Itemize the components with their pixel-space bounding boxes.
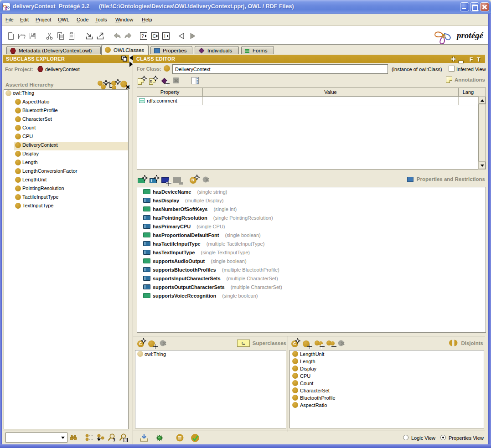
property-row[interactable]: hasTextInputType (single TextInputType) bbox=[137, 249, 486, 257]
search-individuals-icon[interactable]: ∃ bbox=[107, 433, 116, 442]
properties-view-radio[interactable] bbox=[440, 435, 446, 440]
disjoint-row[interactable]: CPU bbox=[290, 373, 484, 380]
menu-project[interactable]: Project bbox=[36, 14, 51, 26]
delete-class-icon[interactable]: ✕ bbox=[120, 81, 129, 89]
menu-edit[interactable]: Edit bbox=[20, 14, 29, 26]
remove-all-disjoints-icon[interactable] bbox=[326, 339, 337, 348]
tree-item-owl-thing[interactable]: owl:Thing bbox=[4, 90, 128, 98]
delete-annotation-icon[interactable] bbox=[172, 77, 181, 85]
disjoint-row[interactable]: BluetoothProfile bbox=[290, 395, 484, 402]
menu-file[interactable]: File bbox=[5, 14, 14, 26]
paste-icon[interactable] bbox=[67, 31, 76, 41]
annotation-row-lang[interactable] bbox=[459, 97, 478, 105]
save-changes-icon[interactable] bbox=[140, 433, 149, 443]
add-disjoint-icon[interactable] bbox=[303, 339, 313, 348]
import-archive-icon[interactable] bbox=[85, 31, 94, 41]
annotation-info-icon[interactable] bbox=[176, 434, 184, 442]
annotations-scrollbar[interactable] bbox=[478, 97, 486, 169]
annotations-col-property[interactable]: Property bbox=[137, 88, 203, 97]
property-row[interactable]: hasDeviceName (single string) bbox=[137, 188, 486, 197]
create-annotation-icon[interactable] bbox=[138, 77, 147, 86]
forward-icon[interactable] bbox=[188, 31, 197, 41]
header-minus-icon[interactable] bbox=[458, 57, 464, 60]
tree-item[interactable]: LengthConversionFactor bbox=[4, 168, 128, 176]
add-named-superclass-icon[interactable]: C bbox=[137, 339, 147, 348]
splitter-collapse-right-icon[interactable] bbox=[129, 62, 133, 67]
property-row[interactable]: hasDisplay (multiple Display) bbox=[137, 197, 486, 206]
tree-item[interactable]: PointingResolution bbox=[4, 185, 128, 194]
tab-metadata[interactable]: Metadata (DeliveryContext.owl) bbox=[6, 46, 101, 55]
disjoint-row[interactable]: LengthUnit bbox=[290, 351, 484, 358]
create-object-property-icon[interactable] bbox=[150, 176, 160, 185]
combo-dropdown-icon[interactable] bbox=[59, 433, 67, 442]
annotation-table-icon[interactable] bbox=[191, 77, 199, 85]
tree-item[interactable]: Count bbox=[4, 124, 128, 133]
menu-owl[interactable]: OWL bbox=[58, 14, 69, 26]
property-row[interactable]: hasPointingResolution (single PointingRe… bbox=[137, 214, 486, 223]
copy-icon[interactable] bbox=[56, 31, 65, 41]
tree-item-selected[interactable]: DeliveryContext bbox=[14, 142, 128, 150]
superclass-relationship-icon[interactable] bbox=[85, 434, 93, 441]
maximize-button[interactable] bbox=[470, 2, 479, 11]
tab-owlclasses[interactable]: OWLClasses bbox=[101, 45, 149, 55]
create-disjoint-icon[interactable]: C bbox=[291, 339, 301, 348]
annotations-col-lang[interactable]: Lang bbox=[459, 88, 478, 97]
tree-item[interactable]: TactileInputType bbox=[4, 194, 128, 202]
menu-help[interactable]: Help bbox=[142, 14, 152, 26]
add-superclass-icon[interactable] bbox=[148, 339, 158, 348]
add-property-icon[interactable] bbox=[161, 176, 171, 185]
header-f-icon[interactable]: F bbox=[470, 56, 475, 62]
search-classes-icon[interactable]: C bbox=[119, 433, 128, 442]
app-icon[interactable] bbox=[2, 3, 10, 11]
class-search-combobox[interactable] bbox=[5, 433, 67, 443]
move-class-icon[interactable] bbox=[96, 434, 105, 442]
individuals-tab-button[interactable]: I bbox=[161, 31, 171, 41]
disjoint-row[interactable]: CharacterSet bbox=[290, 387, 484, 395]
disjoint-row[interactable]: Length bbox=[290, 358, 484, 366]
property-row[interactable]: supportsAudioOutput (single boolean) bbox=[137, 257, 486, 266]
export-archive-icon[interactable] bbox=[96, 31, 105, 41]
disjoint-row[interactable]: Count bbox=[290, 380, 484, 387]
header-plus-icon[interactable] bbox=[450, 56, 456, 62]
delete-disjoint-icon[interactable] bbox=[338, 340, 346, 348]
remove-superclass-icon[interactable] bbox=[160, 340, 168, 348]
annotations-col-value[interactable]: Value bbox=[203, 88, 459, 97]
redo-icon[interactable] bbox=[124, 31, 133, 41]
tab-individuals[interactable]: Individuals bbox=[195, 46, 239, 55]
menu-code[interactable]: Code bbox=[77, 14, 88, 26]
superclass-row[interactable]: owl:Thing bbox=[135, 351, 286, 359]
debug-icon[interactable] bbox=[155, 433, 164, 443]
scroll-down-icon[interactable] bbox=[481, 165, 484, 167]
menu-window[interactable]: Window bbox=[115, 14, 133, 26]
query-tab-button[interactable]: ? bbox=[139, 31, 148, 41]
tree-item[interactable]: TextInputType bbox=[4, 202, 128, 211]
header-t-icon[interactable]: T bbox=[477, 56, 482, 62]
check-consistency-icon[interactable] bbox=[191, 433, 200, 443]
delete-restriction-icon[interactable] bbox=[202, 176, 211, 185]
property-row[interactable]: supportsInputCharacterSets (multiple Cha… bbox=[137, 275, 486, 283]
tree-item[interactable]: BluetoothProfile bbox=[4, 107, 128, 116]
property-row[interactable]: hasPrimaryCPU (single CPU) bbox=[137, 223, 486, 232]
menu-tools[interactable]: Tools bbox=[95, 14, 107, 26]
disjoint-row[interactable]: Display bbox=[290, 366, 484, 373]
remove-property-icon[interactable] bbox=[173, 176, 183, 185]
inferred-view-checkbox[interactable] bbox=[449, 66, 455, 72]
annotation-row-value[interactable] bbox=[203, 97, 459, 105]
scroll-up-icon[interactable] bbox=[481, 99, 484, 102]
tree-item[interactable]: CPU bbox=[4, 133, 128, 142]
create-class-icon[interactable] bbox=[98, 80, 109, 89]
tab-forms[interactable]: Forms bbox=[241, 46, 274, 55]
splitter-collapse-left-icon[interactable] bbox=[129, 56, 133, 60]
annotation-row-property[interactable]: rdfs:comment bbox=[137, 97, 203, 105]
create-restriction-icon[interactable]: R bbox=[190, 175, 200, 185]
create-datatype-property-icon[interactable] bbox=[138, 176, 148, 185]
logic-view-radio[interactable] bbox=[403, 435, 408, 440]
close-button[interactable] bbox=[480, 2, 489, 11]
back-icon[interactable] bbox=[177, 31, 186, 41]
save-project-icon[interactable] bbox=[28, 31, 37, 41]
classes-tab-button[interactable]: C bbox=[150, 31, 160, 41]
add-all-disjoints-icon[interactable] bbox=[315, 339, 326, 348]
create-subclass-icon[interactable] bbox=[109, 80, 119, 89]
undo-icon[interactable] bbox=[113, 31, 122, 41]
property-row[interactable]: hasNumberOfSoftKeys (single int) bbox=[137, 206, 486, 214]
